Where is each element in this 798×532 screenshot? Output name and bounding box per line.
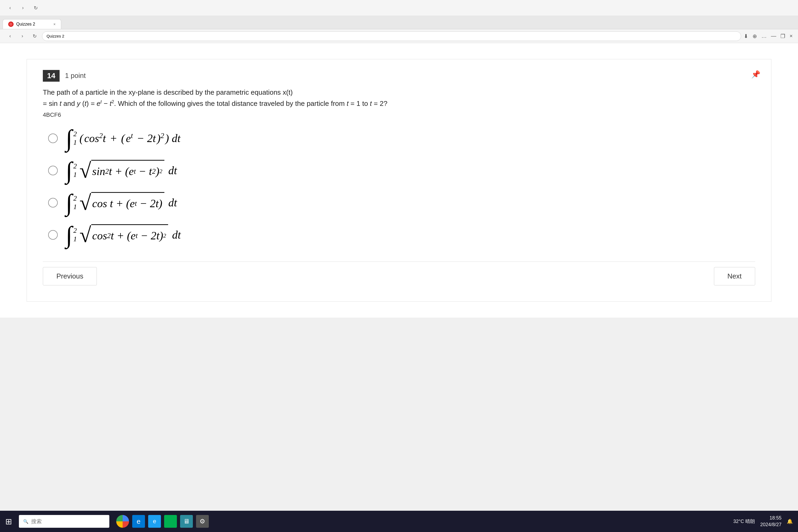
tab-favicon (8, 22, 14, 27)
browser-tab[interactable]: Quizzes 2 × (3, 19, 61, 29)
settings-app[interactable]: ⚙ (196, 515, 209, 528)
radio-option-b[interactable] (48, 166, 58, 175)
chrome-app[interactable] (116, 515, 129, 528)
question-header: 14 1 point (43, 70, 755, 82)
globe-icon[interactable]: ⊕ (753, 33, 757, 39)
tab-bar: Quizzes 2 × (0, 16, 798, 29)
integral-symbol-b: ∫ (66, 159, 72, 181)
minimize-icon[interactable]: — (771, 33, 776, 39)
more-icon[interactable]: … (761, 33, 766, 39)
pin-icon[interactable]: 📌 (751, 70, 760, 79)
search-icon: 🔍 (23, 519, 28, 524)
temperature-display: 32°C 晴朗 (733, 518, 755, 525)
sqrt-symbol-c: √ (79, 192, 91, 213)
taskbar-right: 32°C 晴朗 18:55 2024/8/27 🔔 (733, 515, 793, 528)
restore-icon[interactable]: ❐ (780, 33, 785, 39)
integral-symbol: ∫ (66, 128, 72, 149)
address-bar-row: ‹ › ↻ ⬇ ⊕ … — ❐ × (0, 29, 798, 43)
edge-app[interactable]: e (132, 515, 145, 528)
start-button[interactable]: ⊞ (5, 517, 12, 526)
browser-toolbar: ⬇ ⊕ … — ❐ × (744, 33, 793, 39)
back-button[interactable]: ‹ (5, 3, 15, 13)
formula-a: ∫ 2 1 ( cos2t + ( et − 2t )2 ) dt (66, 128, 180, 149)
taskbar: ⊞ 🔍 e e 🖥 ⚙ 32°C 晴朗 18:55 2024/8/27 🔔 (0, 511, 798, 532)
forward-button[interactable]: › (18, 3, 28, 13)
question-text: The path of a particle in the xy-plane i… (43, 87, 628, 119)
tab-title: Quizzes 2 (16, 22, 35, 26)
taskbar-clock: 18:55 2024/8/27 (760, 515, 781, 528)
list-item: ∫ 2 1 ( cos2t + ( et − 2t )2 ) dt (48, 128, 755, 149)
integral-symbol-d: ∫ (66, 224, 72, 246)
options-list: ∫ 2 1 ( cos2t + ( et − 2t )2 ) dt (43, 128, 755, 246)
ie-app[interactable]: e (148, 515, 161, 528)
tab-close-button[interactable]: × (54, 22, 56, 26)
monitor-app[interactable]: 🖥 (180, 515, 193, 528)
sqrt-symbol-d: √ (79, 224, 91, 246)
question-code: 4BCF6 (43, 110, 628, 119)
integral-symbol-c: ∫ (66, 192, 72, 213)
formula-c: ∫ 2 1 √ cos t + (et − 2t) dt (66, 192, 177, 213)
nav-back-button[interactable]: ‹ (5, 32, 15, 41)
formula-b: ∫ 2 1 √ sin2t + (et − t2)2 dt (66, 159, 177, 181)
radio-option-d[interactable] (48, 230, 58, 240)
browser-chrome: ‹ › ↻ (0, 0, 798, 16)
notification-icon[interactable]: 🔔 (787, 518, 793, 524)
nav-forward-button[interactable]: › (18, 32, 27, 41)
question-text-line1: The path of a particle in the xy-plane i… (43, 88, 292, 96)
navigation-buttons: Previous Next (43, 262, 755, 291)
quiz-content: 📌 14 1 point The path of a particle in t… (26, 59, 772, 302)
nav-refresh-button[interactable]: ↻ (30, 32, 39, 41)
address-bar[interactable] (42, 32, 741, 41)
radio-option-c[interactable] (48, 198, 58, 208)
taskbar-apps: e e 🖥 ⚙ (116, 515, 209, 528)
radio-option-a[interactable] (48, 134, 58, 143)
question-number: 14 (43, 70, 60, 82)
green-app[interactable] (164, 515, 177, 528)
list-item: ∫ 2 1 √ sin2t + (et − t2)2 dt (48, 159, 755, 181)
question-points: 1 point (65, 72, 86, 80)
date-display: 2024/8/27 (760, 521, 781, 528)
taskbar-search[interactable]: 🔍 (19, 515, 109, 528)
list-item: ∫ 2 1 √ cos t + (et − 2t) dt (48, 192, 755, 213)
list-item: ∫ 2 1 √ cos2t + (et − 2t)2 dt (48, 224, 755, 246)
download-icon[interactable]: ⬇ (744, 33, 748, 39)
refresh-button[interactable]: ↻ (31, 3, 40, 13)
formula-d: ∫ 2 1 √ cos2t + (et − 2t)2 dt (66, 224, 181, 246)
close-icon[interactable]: × (790, 33, 793, 39)
previous-button[interactable]: Previous (43, 267, 97, 285)
search-input[interactable] (31, 518, 105, 525)
next-button[interactable]: Next (714, 267, 755, 285)
sqrt-symbol-b: √ (79, 160, 91, 181)
time-display: 18:55 (760, 515, 781, 521)
